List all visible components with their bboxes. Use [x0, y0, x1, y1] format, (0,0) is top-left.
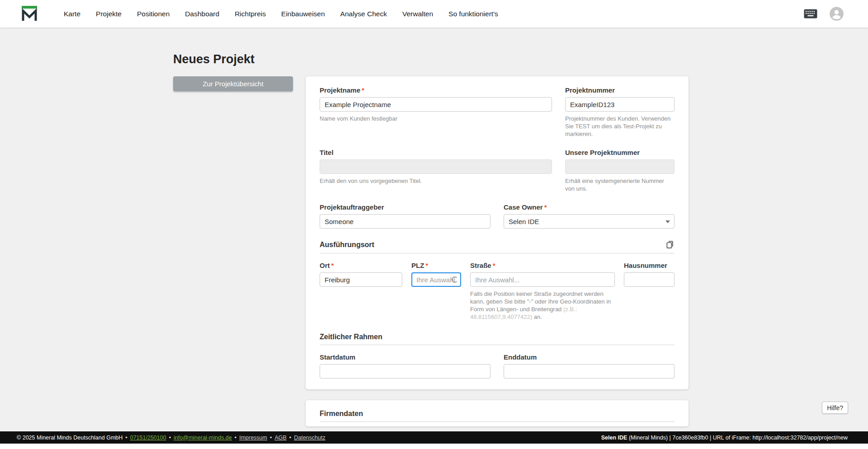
footer-impressum-link[interactable]: Impressum — [239, 435, 267, 441]
projektnummer-field: Projektnummer Projektnummer des Kunden. … — [565, 86, 675, 138]
mineral-minds-logo-icon — [20, 4, 38, 24]
required-asterisk: * — [544, 203, 547, 211]
footer: © 2025 Mineral Minds Deutschland GmbH • … — [0, 431, 868, 444]
startdatum-field: Startdatum — [320, 353, 491, 379]
footer-session-info: Selen IDE (Mineral Minds) | 7ce360e83fb0… — [601, 435, 848, 441]
top-navbar: Karte Projekte Positionen Dashboard Rich… — [0, 0, 868, 28]
footer-copyright: © 2025 Mineral Minds Deutschland GmbH — [17, 435, 123, 441]
projektnummer-helper: Projektnummer des Kunden. Verwenden Sie … — [565, 115, 675, 138]
hausnummer-label: Hausnummer — [624, 262, 675, 270]
new-project-form-card: Projektname* Name vom Kunden festlegbar … — [306, 76, 689, 389]
brand-logo[interactable] — [20, 4, 38, 24]
projektnummer-label-text: Projektnummer — [565, 86, 615, 94]
strasse-helper-text: Falls die Position keiner Straße zugeord… — [470, 290, 611, 313]
section-ausfuehrungsort: Ausführungsort — [320, 239, 675, 253]
company-data-card: Firmendaten — [306, 400, 689, 426]
footer-separator: • — [289, 435, 291, 441]
help-button[interactable]: Hilfe? — [822, 402, 848, 414]
titel-label: Titel — [320, 149, 552, 157]
plz-field: PLZ* — [411, 262, 461, 287]
titel-label-text: Titel — [320, 149, 334, 156]
ort-label: Ort* — [320, 262, 402, 270]
projektname-helper: Name vom Kunden festlegbar — [320, 115, 552, 122]
titel-field: Titel Erhält den von uns vorgegebenen Ti… — [320, 149, 552, 185]
loading-spinner-icon — [452, 276, 458, 283]
footer-email-link[interactable]: info@mineral-minds.de — [174, 435, 232, 441]
firmendaten-heading: Firmendaten — [320, 409, 363, 418]
form-row-client-owner: Projektauftraggeber Case Owner* Selen ID… — [320, 203, 675, 229]
keyboard-icon[interactable] — [804, 9, 817, 19]
footer-separator: • — [125, 435, 127, 441]
unsere-projektnummer-input — [565, 159, 675, 174]
unsere-projektnummer-field: Unsere Projektnummer Erhält eine systemg… — [565, 149, 675, 192]
nav-dashboard[interactable]: Dashboard — [185, 10, 219, 18]
form-row-dates: Startdatum Enddatum — [320, 353, 675, 379]
copy-address-icon[interactable] — [665, 239, 675, 249]
enddatum-input[interactable] — [504, 364, 675, 379]
footer-user-name: Selen IDE — [601, 435, 627, 441]
app-root: Karte Projekte Positionen Dashboard Rich… — [0, 0, 868, 449]
strasse-helper: Falls die Position keiner Straße zugeord… — [470, 290, 615, 321]
required-asterisk: * — [493, 262, 495, 269]
projektauftraggeber-field: Projektauftraggeber — [320, 203, 491, 229]
required-asterisk: * — [362, 86, 364, 94]
projektnummer-label: Projektnummer — [565, 86, 675, 94]
nav-positionen[interactable]: Positionen — [137, 10, 170, 18]
nav-richtpreis[interactable]: Richtpreis — [235, 10, 266, 18]
main-nav: Karte Projekte Positionen Dashboard Rich… — [64, 10, 498, 18]
page-title: Neues Projekt — [173, 52, 255, 66]
strasse-helper-suffix: an. — [532, 313, 542, 320]
zeitlicher-rahmen-heading: Zeitlicher Rahmen — [320, 332, 382, 341]
plz-label-text: PLZ — [411, 262, 424, 269]
case-owner-selected-value: Selen IDE — [509, 218, 539, 225]
projektauftraggeber-input[interactable] — [320, 214, 491, 229]
back-to-project-overview-button[interactable]: Zur Projektübersicht — [173, 76, 293, 91]
projektname-field: Projektname* Name vom Kunden festlegbar — [320, 86, 552, 122]
enddatum-label: Enddatum — [504, 353, 675, 361]
footer-meta: (Mineral Minds) | 7ce360e83fb0 | URL of … — [627, 435, 848, 441]
unsere-projektnummer-helper: Erhält eine systemgenerierte Nummer von … — [565, 177, 675, 192]
footer-left: © 2025 Mineral Minds Deutschland GmbH • … — [17, 435, 326, 441]
footer-separator: • — [235, 435, 236, 441]
case-owner-field: Case Owner* Selen IDE — [504, 203, 675, 229]
case-owner-select[interactable]: Selen IDE — [504, 214, 675, 229]
footer-agb-link[interactable]: AGB — [274, 435, 286, 441]
strasse-field: Straße* Falls die Position keiner Straße… — [470, 262, 615, 321]
hausnummer-field: Hausnummer — [624, 262, 675, 287]
ausfuehrungsort-heading: Ausführungsort — [320, 240, 374, 249]
nav-verwalten[interactable]: Verwalten — [402, 10, 433, 18]
ort-field: Ort* — [320, 262, 402, 287]
nav-analyse-check[interactable]: Analyse Check — [340, 10, 387, 18]
navbar-right-actions — [804, 7, 868, 21]
plz-label: PLZ* — [411, 262, 461, 270]
ort-input[interactable] — [320, 272, 402, 287]
enddatum-label-text: Enddatum — [504, 353, 537, 361]
projektname-input[interactable] — [320, 97, 552, 112]
footer-phone-link[interactable]: 07151/250100 — [130, 435, 166, 441]
ort-label-text: Ort — [320, 262, 330, 269]
case-owner-label: Case Owner* — [504, 203, 675, 211]
form-row-address: Ort* PLZ* Straße* Falls die Position kei… — [320, 262, 675, 321]
strasse-label-text: Straße — [470, 262, 491, 269]
form-row-name-number: Projektname* Name vom Kunden festlegbar … — [320, 86, 675, 138]
projektnummer-input[interactable] — [565, 97, 675, 112]
strasse-input[interactable] — [470, 272, 615, 287]
user-avatar[interactable] — [830, 7, 844, 21]
nav-karte[interactable]: Karte — [64, 10, 80, 18]
enddatum-field: Enddatum — [504, 353, 675, 379]
hausnummer-input[interactable] — [624, 272, 675, 287]
nav-so-funktionierts[interactable]: So funktioniert's — [448, 10, 498, 18]
section-divider — [320, 421, 675, 422]
projektname-label: Projektname* — [320, 86, 552, 94]
section-divider — [320, 345, 675, 345]
startdatum-input[interactable] — [320, 364, 491, 379]
startdatum-label-text: Startdatum — [320, 353, 355, 361]
nav-projekte[interactable]: Projekte — [96, 10, 122, 18]
hausnummer-label-text: Hausnummer — [624, 262, 667, 269]
projektauftraggeber-label-text: Projektauftraggeber — [320, 203, 384, 211]
strasse-label: Straße* — [470, 262, 615, 270]
titel-helper: Erhält den von uns vorgegebenen Titel. — [320, 177, 552, 185]
nav-einbauweisen[interactable]: Einbauweisen — [281, 10, 325, 18]
footer-datenschutz-link[interactable]: Datenschutz — [294, 435, 325, 441]
startdatum-label: Startdatum — [320, 353, 491, 361]
